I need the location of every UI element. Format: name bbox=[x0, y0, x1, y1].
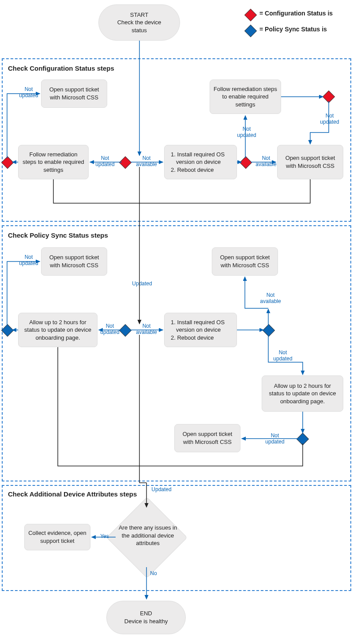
s2-lbl-nu2: Notupdated bbox=[99, 323, 121, 336]
s3-lbl-yes: Yes bbox=[98, 534, 111, 540]
start-line1: START bbox=[130, 11, 148, 18]
s1-lbl-nu2: Notupdated bbox=[94, 155, 116, 168]
s3-collect-evidence: Collect evidence, open support ticket bbox=[24, 524, 90, 550]
end-line2: Device is healthy bbox=[124, 618, 168, 625]
s2-install-l3: 2. Reboot device bbox=[171, 334, 214, 341]
s1-remediation-right: Follow remediation steps to enable requi… bbox=[210, 80, 281, 114]
s3-lbl-updated: Updated bbox=[148, 487, 175, 493]
s1-ticket-left: Open support ticket with Microsoft CSS bbox=[41, 80, 107, 108]
s1-install-l3: 2. Reboot device bbox=[171, 167, 214, 173]
legend-blue-text: = Policy Sync Status is bbox=[259, 26, 327, 33]
s2-ticket-bottom: Open support ticket with Microsoft CSS bbox=[174, 424, 240, 452]
s2-ticket-left: Open support ticket with Microsoft CSS bbox=[41, 247, 107, 276]
start-node: START Check the device status bbox=[98, 4, 180, 41]
s3-lbl-no: No bbox=[149, 571, 158, 577]
s2-install-l1: 1. Install required OS bbox=[171, 319, 225, 326]
diagram-stage: = Configuration Status is = Policy Sync … bbox=[0, 0, 353, 644]
section1-title: Check Configuration Status steps bbox=[8, 64, 114, 72]
legend-red-text: = Configuration Status is bbox=[259, 10, 333, 17]
s2-lbl-na2: Notavailable bbox=[257, 292, 284, 305]
s2-lbl-updated1: Updated bbox=[129, 281, 155, 287]
section2-title: Check Policy Sync Status steps bbox=[8, 231, 108, 239]
s2-wait-right: Allow up to 2 hours for status to update… bbox=[262, 375, 343, 412]
s2-install-os: 1. Install required OS version on device… bbox=[164, 313, 237, 347]
s2-lbl-na1: Notavailable bbox=[133, 323, 160, 336]
legend-blue-diamond bbox=[244, 25, 257, 37]
section3-title: Check Additional Device Attributes steps bbox=[8, 490, 137, 498]
s2-lbl-nu1: Notupdated bbox=[18, 254, 40, 267]
s1-lbl-nu1: Notupdated bbox=[18, 87, 40, 99]
end-node: END Device is healthy bbox=[106, 601, 186, 634]
s2-lbl-nu3: Notupdated bbox=[272, 350, 294, 362]
s1-lbl-nu3: Notupdated bbox=[236, 126, 258, 139]
start-line2: Check the device bbox=[117, 19, 161, 26]
s1-install-l1: 1. Install required OS bbox=[171, 151, 225, 158]
s1-install-l2: version on device bbox=[176, 159, 221, 165]
s1-install-os: 1. Install required OS version on device… bbox=[164, 145, 237, 179]
start-line3: status bbox=[131, 27, 147, 34]
s1-ticket-right: Open support ticket with Microsoft CSS bbox=[277, 145, 343, 179]
s2-lbl-nu4: Notupdated bbox=[264, 433, 286, 445]
legend-red-diamond bbox=[244, 9, 257, 21]
s1-lbl-na1: Notavailable bbox=[133, 155, 160, 168]
s1-lbl-na2: Notavailable bbox=[253, 155, 279, 168]
s3-decision-text: Are there any issues in the additional d… bbox=[115, 524, 181, 547]
s2-ticket-top: Open support ticket with Microsoft CSS bbox=[212, 247, 278, 276]
s2-wait-left: Allow up to 2 hours for status to update… bbox=[18, 313, 98, 347]
s1-remediation-left: Follow remediation steps to enable requi… bbox=[18, 145, 89, 179]
end-line1: END bbox=[140, 610, 152, 617]
s2-install-l2: version on device bbox=[176, 326, 221, 333]
s1-lbl-nu4: Notupdated bbox=[319, 113, 341, 125]
